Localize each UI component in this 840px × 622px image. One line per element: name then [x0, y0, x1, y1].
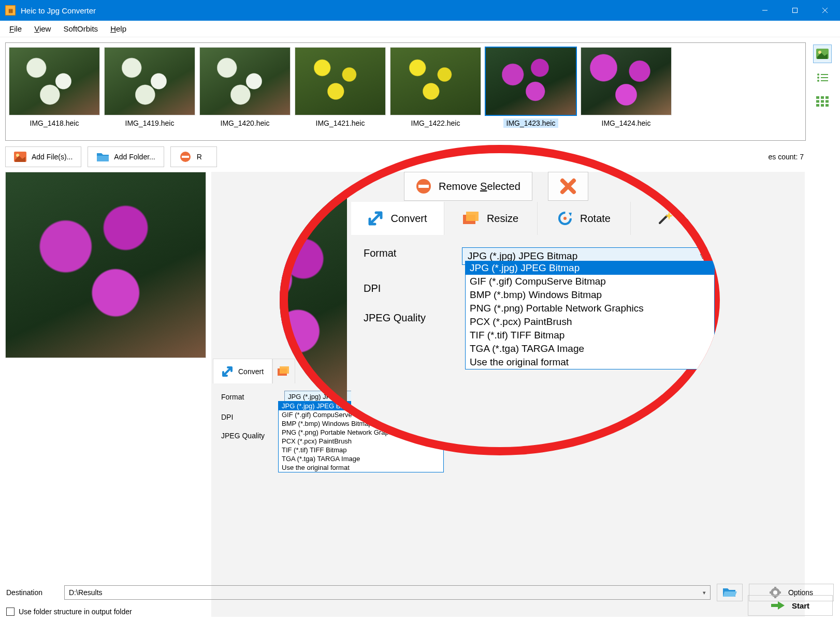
svg-rect-16 [821, 100, 824, 103]
zoom-callout: Remove Selected Convert Resize Rotate [280, 145, 720, 455]
convert-icon [222, 366, 233, 377]
svg-point-8 [817, 77, 819, 79]
svg-point-39 [563, 217, 567, 220]
app-title: Heic to Jpg Converter [21, 6, 750, 15]
titlebar: ▦ Heic to Jpg Converter [0, 0, 840, 21]
svg-rect-29 [774, 587, 776, 589]
no-entry-icon [416, 179, 431, 194]
rotate-icon [557, 211, 573, 226]
menu-softorbits[interactable]: SoftOrbits [57, 22, 104, 35]
image-icon [14, 152, 26, 162]
dpi-label: DPI [364, 283, 452, 294]
add-folder-button[interactable]: Add Folder... [88, 146, 164, 167]
x-icon [560, 178, 576, 195]
thumbnail-item[interactable]: IMG_1424.heic [581, 47, 672, 136]
svg-rect-35 [418, 185, 429, 188]
play-icon [771, 600, 785, 611]
view-switch [810, 42, 835, 141]
tab-convert[interactable]: Convert [351, 202, 444, 235]
jpeg-quality-label: JPEG Quality [364, 312, 452, 324]
thumbnail-item[interactable]: IMG_1418.heic [9, 47, 100, 136]
browse-destination-button[interactable] [717, 584, 743, 601]
view-thumbs-icon[interactable] [813, 45, 832, 63]
format-option[interactable]: Use the original format [466, 356, 714, 369]
thumbnail-item[interactable]: IMG_1423.heic [485, 47, 576, 136]
format-option[interactable]: PNG (*.png) Portable Network Graphics [466, 302, 714, 315]
preview-image [5, 172, 206, 358]
folder-structure-label: Use folder structure in output folder [19, 608, 132, 616]
start-button[interactable]: Start [748, 595, 833, 616]
svg-rect-7 [821, 74, 828, 75]
chevron-down-icon: ▾ [703, 589, 706, 596]
jpeg-quality-label: JPEG Quality [221, 432, 278, 440]
svg-rect-37 [466, 212, 479, 221]
chevron-down-icon: ▽ [700, 253, 705, 260]
minimize-button[interactable] [750, 0, 780, 21]
format-label: Format [364, 247, 452, 259]
format-option[interactable]: JPG (*.jpg) JPEG Bitmap [466, 261, 714, 275]
add-files-button[interactable]: Add File(s)... [5, 146, 81, 167]
menubar: File View SoftOrbits Help [0, 21, 840, 37]
maximize-button[interactable] [780, 0, 810, 21]
dpi-label: DPI [221, 413, 278, 421]
format-option[interactable]: TGA (*.tga) TARGA Image [466, 342, 714, 356]
close-button[interactable] [810, 0, 840, 21]
destination-input[interactable]: D:\Results▾ [64, 585, 711, 600]
folder-structure-checkbox[interactable] [6, 608, 15, 616]
zoom-preview-image [280, 197, 347, 404]
format-option[interactable]: PCX (*.pcx) PaintBrush [466, 315, 714, 329]
destination-label: Destination [6, 588, 58, 597]
thumbnail-item[interactable]: IMG_1420.heic [199, 47, 291, 136]
svg-rect-20 [825, 104, 829, 107]
menu-help[interactable]: Help [104, 22, 133, 35]
svg-rect-9 [821, 77, 828, 78]
folder-open-icon [722, 587, 737, 598]
svg-rect-33 [771, 604, 778, 607]
view-grid-icon[interactable] [813, 92, 832, 111]
format-option[interactable]: GIF (*.gif) CompuServe Bitmap [466, 275, 714, 288]
tab-resize[interactable]: Resize [444, 202, 538, 235]
thumbnail-strip[interactable]: IMG_1418.heic IMG_1419.heic IMG_1420.hei… [5, 42, 806, 141]
svg-rect-15 [816, 100, 819, 103]
svg-point-10 [817, 80, 819, 82]
svg-rect-11 [821, 80, 828, 81]
view-list-icon[interactable] [813, 68, 832, 87]
folder-icon [96, 152, 109, 162]
svg-rect-31 [770, 591, 772, 594]
svg-rect-13 [821, 96, 824, 99]
thumbnail-item[interactable]: IMG_1422.heic [390, 47, 481, 136]
remove-selected-button[interactable]: Remove Selected [404, 172, 532, 201]
thumbnail-item[interactable]: IMG_1421.heic [295, 47, 386, 136]
bottom-bar: Destination D:\Results▾ Options Use fold… [6, 584, 834, 616]
tab-rotate[interactable]: Rotate [538, 202, 631, 235]
svg-point-28 [773, 590, 777, 595]
svg-rect-12 [816, 96, 819, 99]
svg-rect-24 [182, 156, 189, 158]
resize-icon [463, 212, 480, 225]
format-dropdown[interactable]: JPG (*.jpg) JPEG Bitmap GIF (*.gif) Comp… [465, 261, 715, 369]
format-option[interactable]: TGA (*.tga) TARGA Image [279, 454, 443, 463]
tab-effects[interactable]: Effe [631, 202, 720, 235]
svg-rect-14 [825, 96, 829, 99]
format-option[interactable]: BMP (*.bmp) Windows Bitmap [466, 288, 714, 302]
menu-view[interactable]: View [28, 22, 57, 35]
svg-point-6 [817, 73, 819, 76]
svg-rect-17 [825, 100, 829, 103]
wand-icon [657, 211, 672, 226]
convert-icon [368, 211, 383, 226]
svg-rect-32 [779, 591, 781, 594]
format-option[interactable]: TIF (*.tif) TIFF Bitmap [466, 329, 714, 342]
menu-file[interactable]: File [3, 22, 28, 35]
svg-rect-18 [816, 104, 819, 107]
thumbnail-item[interactable]: IMG_1419.heic [104, 47, 195, 136]
tab-convert[interactable]: Convert [213, 359, 272, 383]
svg-rect-1 [793, 8, 798, 13]
remove-all-button[interactable] [548, 172, 588, 201]
format-option[interactable]: Use the original format [279, 463, 443, 472]
files-count-label: es count: 7 [769, 153, 804, 161]
svg-rect-19 [821, 104, 824, 107]
no-entry-icon [179, 152, 192, 162]
app-icon: ▦ [5, 5, 16, 16]
format-label: Format [221, 393, 278, 401]
remove-button-partial[interactable]: R [170, 146, 217, 167]
